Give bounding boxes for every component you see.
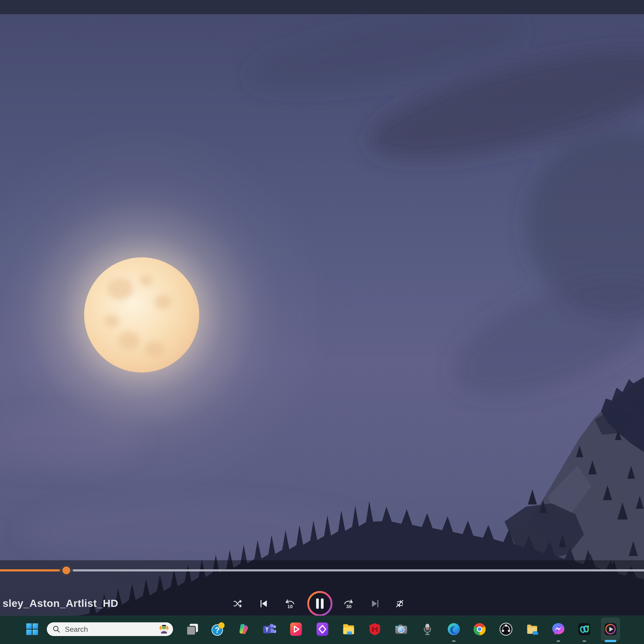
rewind-10-icon: 10 [284,598,296,610]
repeat-off-button[interactable] [394,598,405,609]
previous-track-button[interactable] [258,598,270,609]
file-explorer-button[interactable] [339,618,358,641]
shuffle-icon [232,598,243,609]
red-play-media-app-icon [290,622,302,636]
previous-track-icon [258,598,270,609]
sound-recorder-icon [421,622,434,636]
folder-cloud-button[interactable] [523,618,542,641]
forward-30-button[interactable]: 30 [343,598,355,610]
purple-diamond-app-button[interactable] [313,618,332,641]
pause-icon [306,590,333,617]
search-box[interactable] [47,622,173,636]
seek-bar-played [0,569,66,571]
question-mark-app-button[interactable]: ? [209,618,228,641]
repeat-off-icon [394,598,405,609]
media-player-icon [604,622,617,636]
mcafee-button[interactable] [365,618,384,641]
chrome-icon [473,622,486,636]
seek-thumb[interactable] [60,564,73,577]
messenger-button[interactable] [549,618,568,641]
frankenstein-lightning-emoji-icon [158,623,170,635]
sound-recorder-button[interactable] [418,618,437,641]
rewind-interval-label: 10 [287,604,293,609]
start-windows-icon [26,623,39,636]
rewind-10-button[interactable]: 10 [284,598,296,610]
edge-running-indicator [452,640,456,642]
taskbar: ? T [0,616,644,644]
next-track-button-disabled[interactable] [369,598,380,609]
forward-interval-label: 30 [346,604,352,609]
purple-diamond-app-icon [316,622,329,636]
mcafee-icon [368,622,382,636]
file-explorer-icon [342,622,356,636]
camera-button[interactable] [392,618,411,641]
teams-icon: T [262,622,276,636]
copilot-icon [237,622,251,636]
red-play-media-app-button[interactable] [287,618,305,641]
task-view-icon [185,622,199,636]
obs-studio-button[interactable] [497,618,515,641]
copilot-button[interactable] [234,618,253,641]
media-player-button-active[interactable] [601,618,620,641]
webex-icon [577,622,591,636]
cloud-badge [532,631,538,635]
chrome-button[interactable] [470,618,489,641]
question-mark-app-icon: ? [211,622,225,636]
pause-button[interactable] [306,590,333,617]
seek-bar[interactable] [0,569,644,571]
start-button[interactable] [23,618,42,641]
teams-button[interactable]: T [260,618,279,641]
search-icon [52,625,61,633]
media-player-active-indicator [605,640,616,642]
titlebar [0,0,644,14]
search-input[interactable] [64,625,136,634]
obs-studio-icon [499,622,513,636]
messenger-icon [551,622,565,636]
webex-button[interactable] [575,618,594,641]
webex-running-indicator [583,640,586,642]
next-track-icon [369,598,380,609]
video-filename: sley_Aston_Artlist_HD [3,597,118,609]
seek-bar-remaining [66,569,644,571]
camera-icon [394,622,408,636]
messenger-running-indicator [557,640,560,642]
task-view-button[interactable] [183,618,202,641]
moon-mountain-scene [0,14,644,616]
folder-cloud-icon [525,622,539,636]
teams-monogram: T [265,627,269,633]
edge-button[interactable] [444,618,463,641]
video-frame[interactable] [0,14,644,616]
shuffle-button[interactable] [232,598,243,609]
forward-30-icon: 30 [343,598,355,610]
player-control-overlay: sley_Aston_Artlist_HD 10 [0,560,644,616]
edge-icon [447,622,461,636]
